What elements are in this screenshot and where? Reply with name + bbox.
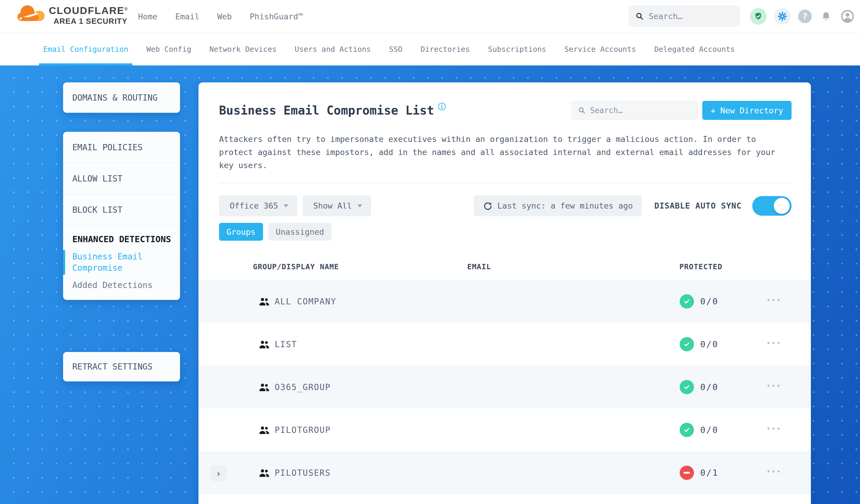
protected-status-icon (680, 294, 694, 308)
column-group-display-name: GROUP/DISPLAY NAME (253, 262, 339, 271)
last-sync-button[interactable]: Last sync: a few minutes ago (474, 195, 642, 216)
protected-status-icon (680, 423, 694, 437)
main-panel: Business Email Compromise List Search… (199, 83, 811, 504)
row-menu-button[interactable] (768, 342, 780, 344)
sidebar-card-domains: DOMAINS & ROUTING (63, 83, 180, 113)
group-people-icon (259, 382, 270, 393)
toggle-knob (774, 198, 790, 214)
nav-web[interactable]: Web (217, 12, 232, 21)
protected-status-icon (680, 380, 694, 394)
column-email: EMAIL (467, 262, 491, 271)
settings-gear-icon (777, 11, 787, 21)
protected-status-icon (680, 466, 694, 480)
protected-count: 0/0 (700, 280, 718, 323)
global-search-input[interactable]: Search… (629, 5, 740, 27)
protected-count: 0/0 (700, 323, 718, 366)
tab-subscriptions[interactable]: Subscriptions (488, 33, 546, 66)
account-button[interactable] (840, 9, 855, 24)
chevron-right-icon: › (216, 468, 221, 479)
tab-web-config[interactable]: Web Config (146, 33, 191, 66)
security-status-button[interactable] (750, 8, 766, 25)
row-menu-button[interactable] (768, 299, 780, 301)
protected-status-icon (680, 337, 694, 351)
question-mark-icon: ? (803, 12, 808, 21)
tab-directories[interactable]: Directories (420, 33, 470, 66)
caret-down-icon (357, 204, 362, 207)
new-directory-button[interactable]: + New Directory (702, 101, 791, 120)
group-people-icon (259, 339, 270, 350)
cloudflare-logo: CLOUDFLARE® AREA 1 SECURITY (17, 3, 128, 26)
caret-down-icon (284, 204, 288, 207)
auto-sync-toggle[interactable] (752, 196, 791, 216)
row-menu-button[interactable] (768, 470, 780, 473)
sidebar-card-retract: RETRACT SETTINGS (63, 352, 180, 381)
content-area: DOMAINS & ROUTING EMAIL POLICIES ALLOW L… (0, 66, 860, 504)
help-button[interactable]: ? (798, 10, 812, 23)
refresh-icon (483, 201, 493, 211)
global-search-placeholder: Search… (649, 12, 683, 21)
group-name: ALL COMPANY (275, 280, 336, 323)
tab-network-devices[interactable]: Network Devices (210, 33, 277, 66)
shield-check-icon (754, 12, 763, 21)
column-protected: PROTECTED (679, 262, 722, 271)
nav-home[interactable]: Home (138, 12, 157, 21)
divider (219, 183, 791, 183)
table-row[interactable]: › PILOTUSERS 0/1 (199, 451, 811, 494)
tab-service-accounts[interactable]: Service Accounts (564, 33, 636, 66)
primary-nav: Home Email Web PhishGuard™ (138, 0, 303, 33)
directory-dropdown[interactable]: Office 365 (219, 195, 297, 216)
group-name: PILOTGROUP (275, 408, 331, 451)
tab-groups[interactable]: Groups (219, 223, 263, 241)
expand-row-button[interactable]: › (210, 465, 227, 481)
sidebar-item-enhanced-detections[interactable]: ENHANCED DETECTIONS (63, 226, 180, 245)
page-title: Business Email Compromise List (219, 103, 434, 117)
sidebar-card-policies: EMAIL POLICIES ALLOW LIST BLOCK LIST ENH… (63, 132, 180, 300)
group-people-icon (259, 296, 270, 307)
table-row[interactable]: › ALL COMPANY 0/0 (199, 280, 811, 323)
info-icon[interactable] (438, 102, 446, 112)
group-name: O365_GROUP (275, 366, 331, 408)
page-description: Attackers often try to impersonate execu… (219, 133, 785, 172)
sidebar-item-added-detections[interactable]: Added Detections (63, 280, 172, 291)
protected-count: 0/1 (700, 451, 718, 494)
sidebar-item-email-policies[interactable]: EMAIL POLICIES (63, 143, 143, 152)
nav-phishguard[interactable]: PhishGuard™ (250, 12, 303, 21)
minus-icon (684, 472, 690, 474)
top-bar: CLOUDFLARE® AREA 1 SECURITY Home Email W… (0, 0, 860, 33)
list-search-placeholder: Search… (590, 106, 623, 115)
protected-count: 0/0 (700, 366, 718, 408)
sidebar-item-business-email-compromise[interactable]: Business Email Compromise (63, 251, 172, 274)
table-row[interactable]: › PILOTGROUP 0/0 (199, 408, 811, 451)
sidebar-item-domains-routing[interactable]: DOMAINS & ROUTING (63, 93, 158, 103)
auto-sync-label: DISABLE AUTO SYNC (654, 201, 742, 210)
protected-count: 0/0 (700, 408, 718, 451)
tab-users-and-actions[interactable]: Users and Actions (295, 33, 371, 66)
settings-button[interactable] (774, 8, 791, 25)
sidebar-item-block-list[interactable]: BLOCK LIST (63, 205, 123, 215)
group-people-icon (259, 467, 270, 479)
notifications-button[interactable] (819, 10, 833, 23)
search-icon (635, 12, 644, 20)
search-icon (577, 106, 586, 115)
sidebar-item-allow-list[interactable]: ALLOW LIST (63, 174, 123, 184)
tab-sso[interactable]: SSO (389, 33, 402, 66)
secondary-nav: Email Configuration Web Config Network D… (0, 33, 860, 66)
group-tabs: Groups Unassigned (219, 223, 791, 241)
row-menu-button[interactable] (768, 385, 780, 387)
tab-email-configuration[interactable]: Email Configuration (43, 33, 128, 66)
account-icon (841, 10, 854, 23)
nav-email[interactable]: Email (175, 12, 199, 21)
table-header: GROUP/DISPLAY NAME EMAIL PROTECTED (199, 241, 811, 280)
tab-unassigned[interactable]: Unassigned (269, 223, 332, 241)
header-icon-cluster: ? (750, 0, 855, 33)
table-row[interactable]: › O365_GROUP 0/0 (199, 366, 811, 408)
table-row[interactable]: › LIST 0/0 (199, 323, 811, 366)
group-name: PILOTUSERS (275, 451, 331, 494)
show-filter-dropdown[interactable]: Show All (303, 195, 371, 216)
sidebar-item-retract-settings[interactable]: RETRACT SETTINGS (63, 362, 153, 372)
row-menu-button[interactable] (768, 428, 780, 430)
tab-delegated-accounts[interactable]: Delegated Accounts (654, 33, 735, 66)
app-window: CLOUDFLARE® AREA 1 SECURITY Home Email W… (0, 0, 860, 504)
list-search-input[interactable]: Search… (571, 101, 698, 120)
logo-brand: CLOUDFLARE® (49, 3, 128, 16)
